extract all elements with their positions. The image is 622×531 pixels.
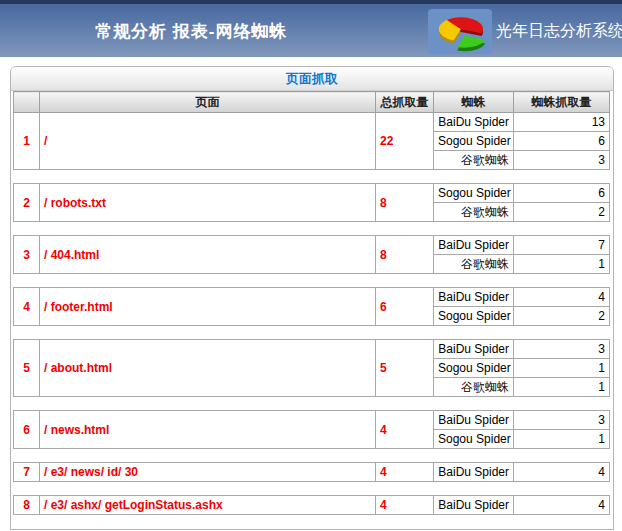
spider-name-cell: Sogou Spider [434,359,514,378]
rank-cell: 2 [14,184,40,222]
spider-count-cell: 3 [514,411,610,430]
brand: 光年日志分析系统 [428,8,622,55]
table-row: 4/ footer.html6BaiDu Spider4 [14,288,610,307]
app-header: 常规分析 报表-网络蜘蛛 光年日志分析系统 [0,0,622,57]
group-spacer [14,397,610,411]
page-cell: / e3/ news/ id/ 30 [40,463,376,482]
page-cell: / e3/ ashx/ getLoginStatus.ashx [40,496,376,515]
rank-cell: 8 [14,496,40,515]
rank-cell: 1 [14,113,40,170]
pie-chart-logo [428,9,492,54]
group-spacer [14,449,610,463]
spider-name-cell: BaiDu Spider [434,340,514,359]
spider-count-cell: 1 [514,255,610,274]
spider-name-cell: 谷歌蜘蛛 [434,203,514,222]
total-crawl-cell: 4 [376,496,434,515]
spider-count-cell: 13 [514,113,610,132]
total-crawl-cell: 4 [376,463,434,482]
group-spacer [14,482,610,496]
spider-name-cell: BaiDu Spider [434,288,514,307]
group-spacer [14,222,610,236]
group-spacer [14,515,610,529]
rank-cell: 3 [14,236,40,274]
spider-name-cell: Sogou Spider [434,307,514,326]
group-spacer [14,274,610,288]
spider-name-cell: Sogou Spider [434,132,514,151]
page-cell: / footer.html [40,288,376,326]
spider-name-cell: BaiDu Spider [434,411,514,430]
table-row: 7/ e3/ news/ id/ 304BaiDu Spider4 [14,463,610,482]
crawl-table-body: 1/22BaiDu Spider13Sogou Spider6谷歌蜘蛛32/ r… [14,113,610,529]
col-header-spider: 蜘蛛 [434,92,514,113]
total-crawl-cell: 5 [376,340,434,397]
page-cell: / about.html [40,340,376,397]
spider-name-cell: 谷歌蜘蛛 [434,151,514,170]
crawl-report-panel: 页面抓取 页面 总抓取量 蜘蛛 蜘蛛抓取量 1/22BaiDu Spider13… [10,66,614,530]
spider-name-cell: BaiDu Spider [434,113,514,132]
spider-name-cell: Sogou Spider [434,184,514,203]
page-cell: / 404.html [40,236,376,274]
spider-count-cell: 4 [514,463,610,482]
page-title: 常规分析 报表-网络蜘蛛 [95,19,287,42]
table-row: 2/ robots.txt8Sogou Spider6 [14,184,610,203]
table-row: 1/22BaiDu Spider13 [14,113,610,132]
rank-cell: 7 [14,463,40,482]
rank-cell: 4 [14,288,40,326]
spider-count-cell: 1 [514,430,610,449]
table-row: 6/ news.html4BaiDu Spider3 [14,411,610,430]
spider-count-cell: 7 [514,236,610,255]
spider-name-cell: Sogou Spider [434,430,514,449]
total-crawl-cell: 6 [376,288,434,326]
spider-count-cell: 6 [514,184,610,203]
page-cell: / [40,113,376,170]
spider-count-cell: 1 [514,359,610,378]
spider-count-cell: 2 [514,307,610,326]
brand-name: 光年日志分析系统 [496,21,622,42]
page-cell: / news.html [40,411,376,449]
spider-count-cell: 3 [514,340,610,359]
total-crawl-cell: 8 [376,184,434,222]
table-row: 5/ about.html5BaiDu Spider3 [14,340,610,359]
spider-name-cell: BaiDu Spider [434,496,514,515]
col-header-total: 总抓取量 [376,92,434,113]
page-cell: / robots.txt [40,184,376,222]
spider-count-cell: 2 [514,203,610,222]
table-row: 3/ 404.html8BaiDu Spider7 [14,236,610,255]
col-header-spider-count: 蜘蛛抓取量 [514,92,610,113]
spider-count-cell: 4 [514,288,610,307]
table-header-row: 页面 总抓取量 蜘蛛 蜘蛛抓取量 [14,92,610,113]
total-crawl-cell: 8 [376,236,434,274]
spider-count-cell: 4 [514,496,610,515]
spider-name-cell: 谷歌蜘蛛 [434,255,514,274]
spider-count-cell: 1 [514,378,610,397]
rank-cell: 5 [14,340,40,397]
total-crawl-cell: 4 [376,411,434,449]
spider-count-cell: 6 [514,132,610,151]
table-row: 8/ e3/ ashx/ getLoginStatus.ashx4BaiDu S… [14,496,610,515]
panel-title: 页面抓取 [11,67,613,91]
rank-cell: 6 [14,411,40,449]
total-crawl-cell: 22 [376,113,434,170]
group-spacer [14,170,610,184]
banner: 常规分析 报表-网络蜘蛛 光年日志分析系统 [0,4,622,57]
spider-name-cell: 谷歌蜘蛛 [434,378,514,397]
crawl-table: 页面 总抓取量 蜘蛛 蜘蛛抓取量 1/22BaiDu Spider13Sogou… [13,91,610,529]
col-header-page: 页面 [40,92,376,113]
spider-name-cell: BaiDu Spider [434,463,514,482]
spider-count-cell: 3 [514,151,610,170]
col-header-rank [14,92,40,113]
spider-name-cell: BaiDu Spider [434,236,514,255]
group-spacer [14,326,610,340]
